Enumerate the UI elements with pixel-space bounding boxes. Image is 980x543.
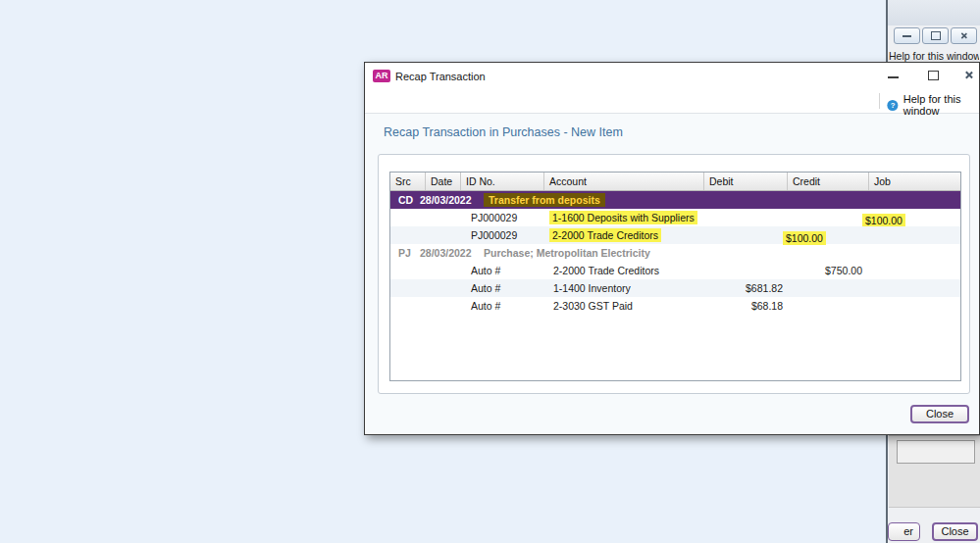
col-job: Job (869, 173, 960, 190)
group-memo-highlighted: Transfer from deposits (484, 193, 605, 207)
group-memo: Purchase; Metropolitan Electricity (484, 247, 650, 259)
col-id-no: ID No. (461, 173, 544, 190)
close-button[interactable] (951, 27, 977, 44)
cell-id: Auto # (471, 300, 500, 312)
recap-table: Src Date ID No. Account Debit Credit Job… (389, 172, 961, 381)
cell-account: 1-1400 Inventory (553, 282, 631, 294)
partially-hidden-button[interactable]: er (888, 522, 920, 541)
recap-transaction-dialog: AR Recap Transaction ? Help for this win… (364, 62, 980, 435)
cell-id: PJ000029 (471, 229, 517, 241)
cell-account: 2-3030 GST Paid (553, 300, 633, 312)
group-row-transfer: CD 28/03/2022 Transfer from deposits (390, 191, 960, 209)
group-date: 28/03/2022 (420, 194, 472, 206)
recap-help-link[interactable]: ? Help for this window (887, 93, 979, 117)
minimize-button[interactable] (888, 76, 899, 78)
recap-row: Auto # 2-2000 Trade Creditors $750.00 (390, 262, 960, 279)
maximize-button[interactable] (928, 71, 939, 80)
col-src: Src (390, 173, 426, 190)
recap-row: Auto # 2-3030 GST Paid $68.18 (390, 297, 960, 315)
col-debit: Debit (704, 173, 788, 190)
recap-table-header: Src Date ID No. Account Debit Credit Job (390, 173, 960, 191)
recap-row: PJ000029 2-2000 Trade Creditors $100.00 (390, 226, 960, 244)
close-button-right-window[interactable]: Close (932, 522, 978, 541)
cell-account-highlighted: 1-1600 Deposits with Suppliers (549, 211, 697, 224)
cell-id: PJ000029 (471, 212, 517, 223)
recap-heading: Recap Transaction in Purchases - New Ite… (384, 125, 623, 139)
maximize-button[interactable] (922, 27, 949, 44)
group-src: CD (398, 194, 413, 206)
group-row-purchase: PJ 28/03/2022 Purchase; Metropolitan Ele… (390, 244, 960, 262)
recap-dialog-title: Recap Transaction (395, 71, 486, 82)
svg-text:?: ? (891, 101, 896, 110)
cell-id: Auto # (471, 265, 500, 276)
cell-account: 2-2000 Trade Creditors (553, 265, 659, 276)
cell-debit: $68.18 (708, 300, 783, 312)
divider (879, 93, 880, 109)
background-window-titlebar (888, 0, 980, 25)
background-window-controls (894, 27, 977, 44)
col-credit: Credit (788, 173, 869, 190)
app-badge: AR (373, 70, 390, 82)
cell-credit: $750.00 (788, 265, 862, 276)
group-src: PJ (398, 247, 411, 259)
background-panel-inset (897, 440, 975, 464)
cell-account-highlighted: 2-2000 Trade Creditors (549, 228, 661, 242)
col-account: Account (544, 173, 704, 190)
group-date: 28/03/2022 (420, 247, 472, 259)
screen: Help for this window er Close AR Purchas… (0, 0, 980, 543)
recap-close-button[interactable]: Close (910, 405, 969, 423)
cell-debit: $681.82 (708, 282, 783, 294)
close-button[interactable] (964, 71, 974, 80)
cell-id: Auto # (471, 282, 500, 294)
recap-row: PJ000029 1-1600 Deposits with Suppliers … (390, 209, 960, 226)
help-icon: ? (887, 98, 899, 113)
recap-row: Auto # 1-1400 Inventory $681.82 (390, 279, 960, 297)
col-date: Date (426, 173, 461, 190)
minimize-button[interactable] (894, 27, 920, 44)
